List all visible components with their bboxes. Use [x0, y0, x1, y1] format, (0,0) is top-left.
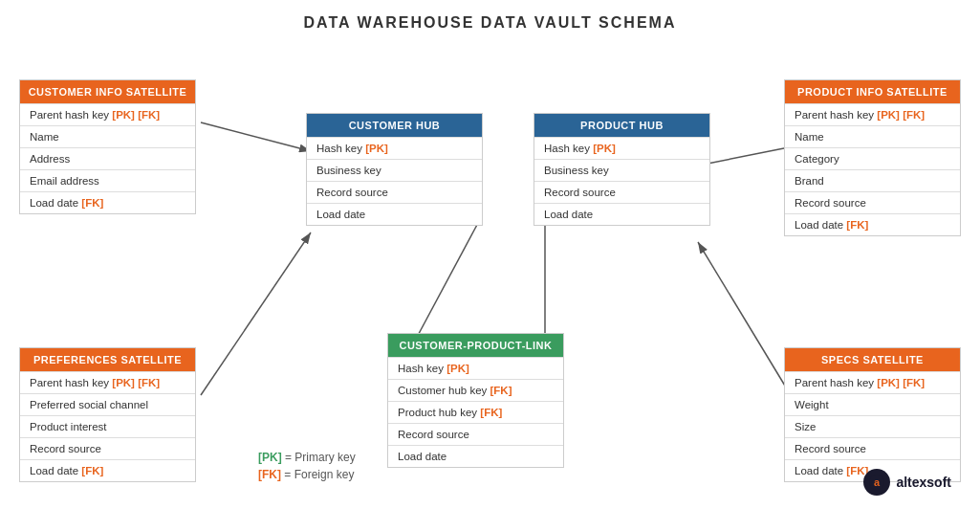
customer-hub-table: CUSTOMER HUB Hash key [PK] Business key …: [306, 113, 483, 226]
preferences-satellite-table: PREFERENCES SATELLITE Parent hash key [P…: [19, 347, 196, 482]
table-row: Load date: [534, 203, 709, 225]
logo-icon: a: [863, 469, 890, 496]
product-info-satellite-header: PRODUCT INFO SATELLITE: [785, 80, 960, 103]
specs-satellite-table: SPECS SATELLITE Parent hash key [PK] [FK…: [784, 347, 961, 482]
fk-bracket: [FK]: [258, 468, 281, 481]
product-info-satellite-table: PRODUCT INFO SATELLITE Parent hash key […: [784, 79, 961, 236]
table-row: Record source: [785, 191, 960, 213]
customer-info-satellite-header: CUSTOMER INFO SATELLITE: [20, 80, 195, 103]
table-row: Load date: [388, 445, 563, 467]
table-row: Hash key [PK]: [534, 137, 709, 159]
specs-satellite-header: SPECS SATELLITE: [785, 348, 960, 371]
preferences-satellite-header: PREFERENCES SATELLITE: [20, 348, 195, 371]
customer-hub-header: CUSTOMER HUB: [307, 114, 482, 137]
logo: a altexsoft: [863, 469, 951, 496]
table-row: Record source: [20, 437, 195, 459]
table-row: Preferred social channel: [20, 393, 195, 415]
table-row: Product hub key [FK]: [388, 401, 563, 423]
table-row: Business key: [307, 159, 482, 181]
table-row: Category: [785, 147, 960, 169]
table-row: Address: [20, 147, 195, 169]
table-row: Load date [FK]: [785, 213, 960, 235]
table-row: Business key: [534, 159, 709, 181]
product-hub-header: PRODUCT HUB: [534, 114, 709, 137]
table-row: Record source: [307, 181, 482, 203]
customer-product-link-table: CUSTOMER-PRODUCT-LINK Hash key [PK] Cust…: [387, 333, 564, 468]
svg-line-3: [201, 232, 311, 395]
table-row: Load date [FK]: [20, 191, 195, 213]
table-row: Weight: [785, 393, 960, 415]
table-row: Hash key [PK]: [307, 137, 482, 159]
logo-text: altexsoft: [896, 475, 951, 490]
table-row: Email address: [20, 169, 195, 191]
table-row: Hash key [PK]: [388, 357, 563, 379]
table-row: Brand: [785, 169, 960, 191]
product-hub-table: PRODUCT HUB Hash key [PK] Business key R…: [534, 113, 710, 226]
table-row: Parent hash key [PK] [FK]: [20, 371, 195, 393]
schema-container: CUSTOMER INFO SATELLITE Parent hash key …: [10, 41, 970, 510]
pk-bracket: [PK]: [258, 451, 282, 464]
table-row: Name: [20, 125, 195, 147]
table-row: Record source: [388, 423, 563, 445]
pk-label: = Primary key: [285, 451, 356, 464]
table-row: Record source: [785, 437, 960, 459]
table-row: Load date [FK]: [20, 459, 195, 481]
svg-text:a: a: [874, 476, 881, 488]
table-row: Product interest: [20, 415, 195, 437]
fk-label: = Foreign key: [284, 468, 354, 481]
table-row: Size: [785, 415, 960, 437]
svg-line-7: [698, 242, 794, 400]
table-row: Parent hash key [PK] [FK]: [785, 371, 960, 393]
table-row: Record source: [534, 181, 709, 203]
page-title: DATA WAREHOUSE DATA VAULT SCHEMA: [10, 10, 970, 32]
table-row: Parent hash key [PK] [FK]: [785, 103, 960, 125]
table-row: Name: [785, 125, 960, 147]
svg-line-2: [201, 122, 311, 151]
customer-info-satellite-table: CUSTOMER INFO SATELLITE Parent hash key …: [19, 79, 196, 214]
svg-line-6: [698, 146, 794, 166]
customer-product-link-header: CUSTOMER-PRODUCT-LINK: [388, 334, 563, 357]
table-row: Load date: [307, 203, 482, 225]
table-row: Customer hub key [FK]: [388, 379, 563, 401]
page: DATA WAREHOUSE DATA VAULT SCHEMA: [0, 0, 980, 531]
legend: [PK] = Primary key [FK] = Foreign key: [258, 451, 356, 481]
table-row: Parent hash key [PK] [FK]: [20, 103, 195, 125]
